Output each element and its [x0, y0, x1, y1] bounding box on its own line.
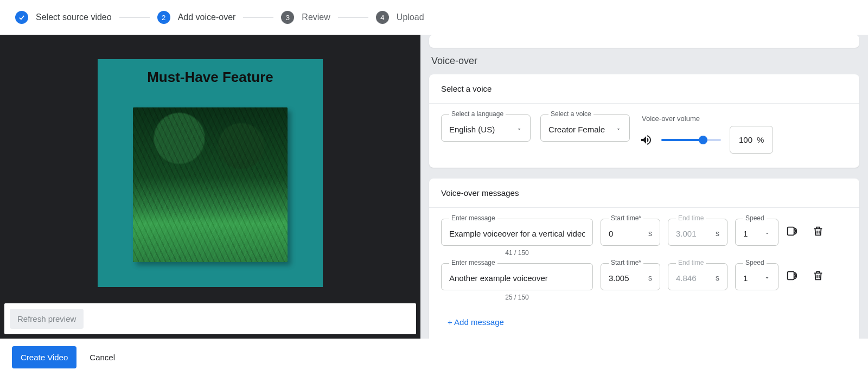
- video-canvas: Must-Have Feature: [98, 59, 323, 287]
- slider-fill: [661, 139, 703, 141]
- volume-icon: [640, 133, 653, 147]
- chevron-down-icon: [615, 126, 622, 132]
- canvas-title: Must-Have Feature: [147, 69, 273, 86]
- voice-select[interactable]: Select a voice Creator Female: [540, 114, 630, 142]
- voice-card-header: Select a voice: [429, 74, 859, 104]
- voice-card: Select a voice Select a language English…: [429, 74, 859, 168]
- footer: Create Video Cancel: [0, 339, 868, 376]
- step-connector: [119, 17, 150, 18]
- field-label: Select a language: [449, 110, 506, 118]
- end-time-input: End time 4.846 s: [668, 263, 727, 290]
- step-label: Review: [302, 12, 330, 22]
- field-value: Creator Female: [548, 125, 611, 134]
- volume-slider[interactable]: [661, 139, 721, 141]
- field-value: 3.005: [609, 273, 648, 283]
- start-time-input[interactable]: Start time* 3.005 s: [601, 263, 660, 290]
- step-connector: [243, 17, 273, 18]
- slider-thumb[interactable]: [699, 136, 707, 144]
- check-icon: [15, 11, 28, 24]
- field-label: Speed: [743, 259, 767, 266]
- field-label: Select a voice: [548, 110, 593, 118]
- step-number: 2: [157, 11, 170, 24]
- field-label: Start time*: [609, 214, 643, 222]
- svg-rect-1: [788, 272, 794, 280]
- volume-input[interactable]: 100 %: [730, 126, 773, 154]
- field-value: 1: [743, 273, 760, 283]
- step-add-voiceover[interactable]: 2 Add voice-over: [157, 11, 236, 24]
- cancel-button[interactable]: Cancel: [90, 353, 115, 362]
- delete-icon[interactable]: [812, 225, 824, 237]
- refresh-preview-button[interactable]: Refresh preview: [10, 309, 84, 329]
- canvas-image: [133, 107, 288, 262]
- message-row: Enter message Example voiceover for a ve…: [441, 219, 847, 257]
- field-label: Enter message: [449, 259, 497, 266]
- main-layout: Must-Have Feature Refresh preview Voice-…: [0, 35, 868, 339]
- speed-select[interactable]: Speed 1: [735, 263, 778, 290]
- message-input[interactable]: Enter message Example voiceover for a ve…: [441, 219, 593, 246]
- field-label: End time: [676, 259, 706, 266]
- unit-label: s: [716, 273, 719, 282]
- field-value: English (US): [449, 125, 512, 134]
- volume-value: 100: [739, 135, 752, 144]
- field-label: Speed: [743, 214, 767, 222]
- message-row: Enter message Another example voiceover …: [441, 263, 847, 301]
- step-connector: [338, 17, 368, 18]
- chevron-down-icon: [516, 126, 522, 132]
- play-preview-icon[interactable]: [786, 270, 798, 282]
- field-value: 0: [609, 229, 648, 238]
- config-panel: Voice-over Select a voice Select a langu…: [420, 35, 868, 339]
- field-value: 4.846: [676, 273, 716, 283]
- field-label: End time: [676, 214, 706, 222]
- start-time-input[interactable]: Start time* 0 s: [601, 219, 660, 246]
- end-time-input: End time 3.001 s: [668, 219, 727, 246]
- speed-select[interactable]: Speed 1: [735, 219, 778, 246]
- field-value: Example voiceover for a vertical video a: [449, 229, 585, 238]
- chevron-down-icon: [764, 230, 770, 237]
- field-value: Another example voiceover: [449, 273, 585, 283]
- step-select-source[interactable]: Select source video: [15, 11, 112, 24]
- unit-label: s: [648, 229, 652, 238]
- step-label: Select source video: [36, 12, 112, 22]
- field-value: 1: [743, 229, 760, 238]
- step-label: Add voice-over: [178, 12, 236, 22]
- step-number: 3: [281, 11, 294, 24]
- step-number: 4: [376, 11, 389, 24]
- messages-card-header: Voice-over messages: [429, 179, 859, 208]
- volume-label: Voice-over volume: [642, 114, 773, 123]
- field-label: Enter message: [449, 214, 497, 222]
- play-preview-icon[interactable]: [786, 225, 798, 237]
- preview-panel: Must-Have Feature Refresh preview: [0, 35, 420, 339]
- volume-group: Voice-over volume 100 %: [640, 114, 773, 154]
- section-title: Voice-over: [431, 55, 859, 67]
- volume-unit: %: [757, 135, 764, 144]
- messages-card: Voice-over messages Enter message Exampl…: [429, 179, 859, 339]
- unit-label: s: [716, 229, 719, 238]
- delete-icon[interactable]: [812, 270, 824, 282]
- svg-rect-0: [788, 227, 794, 235]
- step-upload[interactable]: 4 Upload: [376, 11, 424, 24]
- step-label: Upload: [397, 12, 424, 22]
- message-input[interactable]: Enter message Another example voiceover: [441, 263, 593, 290]
- create-video-button[interactable]: Create Video: [12, 346, 76, 368]
- field-value: 3.001: [676, 229, 716, 238]
- stepper: Select source video 2 Add voice-over 3 R…: [0, 0, 868, 35]
- add-message-button[interactable]: + Add message: [448, 317, 504, 327]
- prev-card-tail: [429, 35, 859, 48]
- step-review[interactable]: 3 Review: [281, 11, 330, 24]
- unit-label: s: [648, 273, 652, 282]
- chevron-down-icon: [764, 275, 770, 281]
- char-counter: 25 / 150: [441, 294, 593, 301]
- field-label: Start time*: [609, 259, 643, 266]
- char-counter: 41 / 150: [441, 249, 593, 257]
- refresh-bar: Refresh preview: [4, 303, 416, 334]
- preview-area: Must-Have Feature: [0, 35, 420, 299]
- language-select[interactable]: Select a language English (US): [441, 114, 531, 142]
